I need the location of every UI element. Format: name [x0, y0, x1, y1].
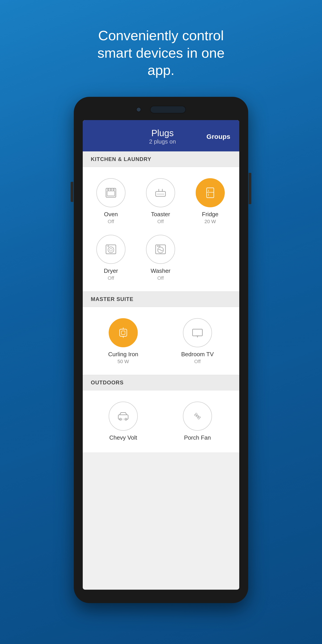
svg-point-19	[157, 246, 158, 247]
device-bedroom-tv[interactable]: Bedroom TV Off	[162, 314, 234, 368]
app-title: Plugs	[152, 128, 174, 138]
outdoors-device-grid: Chevy Volt Porch Fan	[83, 390, 239, 452]
device-curling-iron[interactable]: Curling Iron 50 W	[87, 314, 159, 368]
toaster-icon-circle	[146, 178, 175, 207]
svg-rect-1	[107, 191, 115, 196]
master-device-grid: Curling Iron 50 W Bedroom TV Off	[83, 307, 239, 375]
chevy-volt-icon-circle	[109, 402, 138, 431]
washer-icon	[154, 242, 167, 256]
svg-rect-9	[206, 188, 214, 198]
device-chevy-volt[interactable]: Chevy Volt	[87, 397, 159, 446]
volume-button	[71, 182, 73, 202]
fan-icon	[191, 410, 204, 423]
hero-tagline: Conveniently control smart devices in on…	[60, 0, 262, 97]
svg-point-4	[113, 189, 114, 190]
toaster-name: Toaster	[151, 211, 170, 218]
chevy-volt-name: Chevy Volt	[109, 434, 137, 441]
washer-icon-circle	[146, 235, 175, 264]
fridge-icon-circle	[196, 178, 225, 207]
dryer-status: Off	[108, 275, 114, 281]
oven-icon-circle	[96, 178, 126, 207]
section-header-master: MASTER SUITE	[83, 291, 239, 307]
device-dryer[interactable]: Dryer Off	[87, 230, 134, 285]
svg-rect-21	[120, 329, 127, 336]
fridge-status: 20 W	[204, 219, 216, 224]
kitchen-device-grid: Oven Off Toaster Off	[83, 167, 239, 291]
device-toaster[interactable]: Toaster Off	[137, 174, 184, 228]
bedroom-tv-name: Bedroom TV	[181, 351, 214, 358]
device-fridge[interactable]: Fridge 20 W	[186, 174, 234, 228]
porch-fan-icon-circle	[183, 402, 212, 431]
toaster-status: Off	[157, 219, 164, 224]
washer-name: Washer	[151, 268, 170, 274]
phone-top-bar	[74, 106, 248, 120]
dryer-name: Dryer	[104, 268, 118, 274]
section-header-outdoors: OUTDOORS	[83, 375, 239, 390]
washer-status: Off	[157, 275, 164, 281]
bedroom-tv-status: Off	[194, 359, 201, 364]
svg-point-20	[159, 246, 160, 247]
curling-iron-name: Curling Iron	[108, 351, 138, 358]
section-header-kitchen: KITCHEN & LAUNDRY	[83, 152, 239, 167]
toaster-icon	[154, 186, 167, 200]
power-button	[249, 173, 251, 204]
oven-name: Oven	[104, 211, 118, 218]
svg-rect-5	[156, 192, 166, 196]
app-header: Plugs 2 plugs on Groups	[83, 120, 239, 152]
oven-status: Off	[108, 219, 114, 224]
svg-point-32	[196, 415, 198, 417]
plug-icon	[116, 326, 130, 340]
oven-icon	[104, 186, 118, 200]
fridge-name: Fridge	[202, 211, 218, 218]
device-washer[interactable]: Washer Off	[137, 230, 184, 285]
fridge-icon	[204, 186, 217, 200]
porch-fan-name: Porch Fan	[184, 434, 211, 441]
svg-rect-25	[192, 329, 202, 336]
svg-point-14	[108, 247, 114, 253]
app-screen: Plugs 2 plugs on Groups KITCHEN & LAUNDR…	[83, 120, 239, 590]
groups-button[interactable]: Groups	[206, 133, 230, 140]
svg-point-3	[110, 189, 112, 190]
section-title-outdoors: OUTDOORS	[91, 380, 124, 386]
device-oven[interactable]: Oven Off	[87, 174, 134, 228]
bedroom-tv-icon-circle	[183, 318, 212, 347]
svg-rect-22	[122, 331, 125, 334]
phone-device: Plugs 2 plugs on Groups KITCHEN & LAUNDR…	[74, 97, 248, 603]
dryer-icon-circle	[96, 235, 126, 264]
section-title-kitchen: KITCHEN & LAUNDRY	[91, 156, 152, 162]
svg-point-2	[108, 189, 109, 190]
front-camera	[136, 107, 141, 112]
earpiece-speaker	[150, 106, 186, 113]
device-porch-fan[interactable]: Porch Fan	[162, 397, 234, 446]
svg-rect-17	[156, 245, 166, 254]
app-subtitle: 2 plugs on	[149, 138, 176, 145]
section-title-master: MASTER SUITE	[91, 296, 134, 302]
header-center: Plugs 2 plugs on	[118, 128, 206, 145]
dryer-icon	[104, 242, 118, 256]
svg-point-16	[108, 246, 109, 247]
tv-icon	[191, 326, 204, 340]
curling-iron-status: 50 W	[118, 359, 129, 364]
car-icon	[116, 410, 130, 423]
svg-point-15	[110, 248, 112, 251]
curling-iron-icon-circle	[109, 318, 138, 347]
